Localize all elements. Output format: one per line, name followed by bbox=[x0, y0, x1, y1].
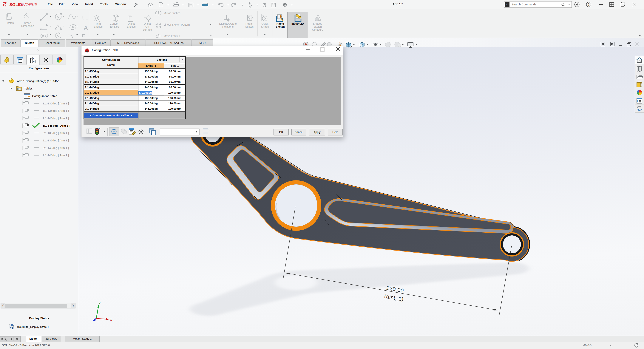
svg-text:120.00: 120.00 bbox=[386, 285, 404, 294]
svg-text:(dist_1): (dist_1) bbox=[384, 293, 404, 302]
svg-text:X: X bbox=[110, 318, 112, 321]
svg-text:N→: N→ bbox=[33, 57, 36, 60]
svg-text:Y: Y bbox=[99, 302, 100, 305]
svg-text:1:1-130deg [ Arm 1 ]: 1:1-130deg [ Arm 1 ] bbox=[42, 102, 69, 105]
svg-text:A: A bbox=[84, 24, 88, 32]
svg-text:1:1-145deg [ Arm 1 ]: 1:1-145deg [ Arm 1 ] bbox=[42, 124, 70, 127]
svg-text:B: B bbox=[33, 60, 34, 62]
svg-text:2:1-135deg [ Arm 1 ]: 2:1-135deg [ Arm 1 ] bbox=[42, 139, 69, 142]
svg-text:SOLID: SOLID bbox=[9, 2, 22, 7]
svg-text:Tables: Tables bbox=[24, 87, 33, 90]
svg-text:2:1-145deg [ Arm 1 ]: 2:1-145deg [ Arm 1 ] bbox=[42, 154, 69, 157]
svg-text:2:1-140deg [ Arm 1 ]: 2:1-140deg [ Arm 1 ] bbox=[42, 146, 69, 150]
svg-text:WORKS: WORKS bbox=[22, 2, 38, 7]
svg-text:1:1-135deg [ Arm 1 ]: 1:1-135deg [ Arm 1 ] bbox=[42, 109, 69, 112]
svg-text:2:1-130deg [ Arm 1 ]: 2:1-130deg [ Arm 1 ] bbox=[42, 131, 69, 134]
svg-text:?: ? bbox=[588, 3, 590, 6]
svg-text:Configuration Table: Configuration Table bbox=[32, 94, 57, 98]
svg-text:1:1-140deg [ Arm 1 ]: 1:1-140deg [ Arm 1 ] bbox=[42, 116, 69, 120]
svg-text:Arm 1 Configuration(s) (1:1-1: Arm 1 Configuration(s) (1:1-145d bbox=[17, 80, 60, 82]
svg-text:2022: 2022 bbox=[86, 52, 88, 52]
